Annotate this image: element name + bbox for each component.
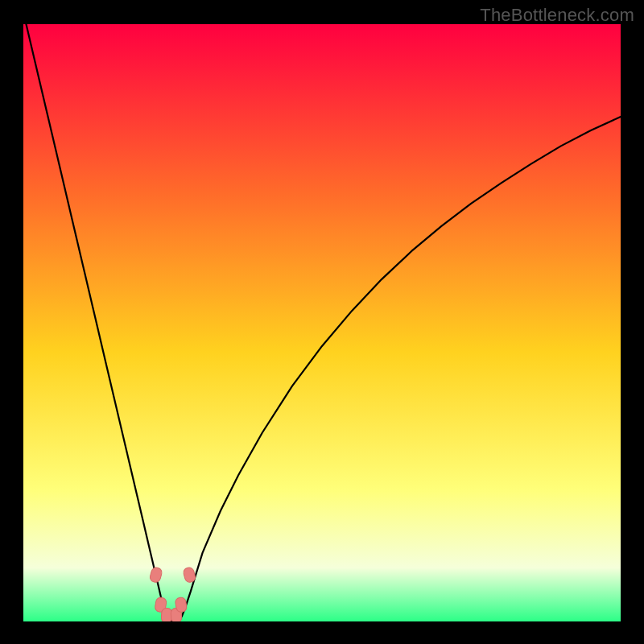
chart-svg bbox=[23, 24, 621, 621]
plot-area bbox=[23, 24, 621, 621]
watermark-text: TheBottleneck.com bbox=[480, 5, 634, 26]
chart-frame: TheBottleneck.com bbox=[0, 0, 644, 644]
gradient-background bbox=[23, 24, 621, 621]
